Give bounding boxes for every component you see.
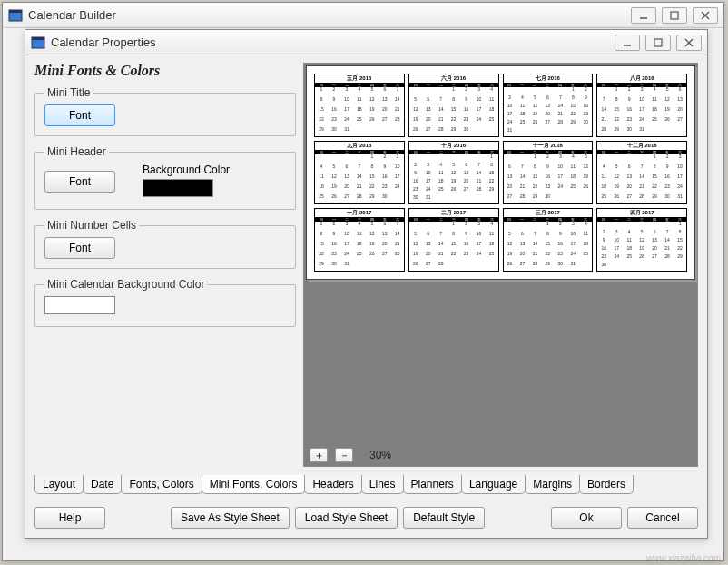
main-close-button[interactable] xyxy=(693,7,718,24)
mini-cells-font-button[interactable]: Font xyxy=(44,237,115,259)
dialog-minimize-button[interactable] xyxy=(615,35,640,51)
mini-header-legend: Mini Header xyxy=(44,145,109,158)
default-style-button[interactable]: Default Style xyxy=(403,507,485,529)
mini-calendar: 二月 2017日一二三四五六12345678910111213141516171… xyxy=(408,208,499,272)
dialog-maximize-button[interactable] xyxy=(645,35,671,51)
mini-calendar: 十二月 2016日一二三四五六1234567891011121314151617… xyxy=(596,141,687,204)
mini-calendar: 八月 2016日一二三四五六12345678910111213141516171… xyxy=(596,74,687,137)
section-title: Mini Fonts & Colors xyxy=(34,63,296,79)
mini-calendar: 四月 2017日一二三四五六12345678910111213141516171… xyxy=(596,208,687,272)
ok-button[interactable]: Ok xyxy=(551,507,622,529)
properties-dialog: Calendar Properties Mini Fonts & Colors … xyxy=(25,29,708,539)
mini-title-font-button[interactable]: Font xyxy=(44,104,115,126)
mini-cal-body: 1234567891011121314151617181920212223242… xyxy=(315,87,404,136)
cancel-button[interactable]: Cancel xyxy=(627,507,698,529)
svg-rect-3 xyxy=(671,12,678,19)
svg-rect-7 xyxy=(32,37,44,40)
app-icon xyxy=(8,8,23,23)
mini-cal-body: 1234567891011121314151617181920212223242… xyxy=(597,222,686,271)
main-minimize-button[interactable] xyxy=(631,7,656,24)
svg-rect-9 xyxy=(654,39,662,46)
dialog-titlebar: Calendar Properties xyxy=(25,30,707,55)
save-style-button[interactable]: Save As Style Sheet xyxy=(171,507,290,529)
tab-fonts-colors[interactable]: Fonts, Colors xyxy=(121,475,202,494)
preview-page: 五月 2016日一二三四五六12345678910111213141516171… xyxy=(306,65,695,280)
mini-header-group: Mini Header Font Background Color xyxy=(34,145,296,210)
mini-title-group: Mini Title Font xyxy=(34,86,296,136)
tab-date[interactable]: Date xyxy=(83,475,122,494)
dialog-title: Calendar Properties xyxy=(51,35,615,49)
zoom-controls: ＋ － 30% xyxy=(310,448,391,462)
tab-borders[interactable]: Borders xyxy=(579,475,634,494)
mini-calendar: 一月 2017日一二三四五六12345678910111213141516171… xyxy=(314,208,405,272)
mini-cal-body: 1234567891011121314151617181920212223242… xyxy=(597,87,686,136)
dialog-button-bar: Help Save As Style Sheet Load Style Shee… xyxy=(34,507,698,529)
mini-cal-body: 1234567891011121314151617181920212223242… xyxy=(409,154,498,203)
mini-cal-body: 1234567891011121314151617181920212223242… xyxy=(504,222,593,271)
mini-header-font-button[interactable]: Font xyxy=(44,171,115,193)
mini-cal-body: 1234567891011121314151617181920212223242… xyxy=(409,87,498,136)
mini-cal-body: 1234567891011121314151617181920212223242… xyxy=(315,154,404,203)
zoom-level: 30% xyxy=(369,449,391,461)
mini-calendar: 六月 2016日一二三四五六12345678910111213141516171… xyxy=(408,74,499,137)
tab-planners[interactable]: Planners xyxy=(403,475,462,494)
tab-mini-fonts-colors[interactable]: Mini Fonts, Colors xyxy=(202,475,306,494)
mini-bg-group: Mini Calendar Background Color xyxy=(34,278,296,327)
help-button[interactable]: Help xyxy=(34,507,105,529)
mini-header-bg-swatch[interactable] xyxy=(143,179,213,197)
mini-cal-body: 1234567891011121314151617181920212223242… xyxy=(409,222,498,271)
mini-calendar: 十月 2016日一二三四五六12345678910111213141516171… xyxy=(408,141,499,204)
mini-calendar: 七月 2016日一二三四五六12345678910111213141516171… xyxy=(503,74,594,137)
mini-bg-swatch[interactable] xyxy=(44,296,115,314)
mini-cal-body: 1234567891011121314151617181920212223242… xyxy=(504,87,593,136)
mini-cal-body: 1234567891011121314151617181920212223242… xyxy=(504,154,593,203)
mini-header-bg-label: Background Color xyxy=(143,164,230,176)
mini-calendar: 三月 2017日一二三四五六12345678910111213141516171… xyxy=(503,208,594,272)
mini-calendar: 九月 2016日一二三四五六12345678910111213141516171… xyxy=(314,141,405,204)
preview-pane: 五月 2016日一二三四五六12345678910111213141516171… xyxy=(303,63,698,467)
load-style-button[interactable]: Load Style Sheet xyxy=(295,507,398,529)
mini-cal-body: 1234567891011121314151617181920212223242… xyxy=(315,222,404,271)
svg-rect-1 xyxy=(9,10,22,13)
main-titlebar: Calendar Builder xyxy=(3,3,723,28)
left-pane: Mini Fonts & Colors Mini Title Font Mini… xyxy=(34,63,296,467)
mini-cells-legend: Mini Number Cells xyxy=(44,219,139,232)
tab-lines[interactable]: Lines xyxy=(361,475,404,494)
main-maximize-button[interactable] xyxy=(662,7,687,24)
mini-bg-legend: Mini Calendar Background Color xyxy=(44,278,207,291)
tab-margins[interactable]: Margins xyxy=(525,475,580,494)
zoom-in-button[interactable]: ＋ xyxy=(310,448,328,462)
tab-layout[interactable]: Layout xyxy=(34,475,84,494)
dialog-icon xyxy=(31,35,45,50)
mini-calendar: 五月 2016日一二三四五六12345678910111213141516171… xyxy=(314,74,405,137)
mini-title-legend: Mini Title xyxy=(44,86,93,99)
tab-language[interactable]: Language xyxy=(461,475,526,494)
mini-cal-body: 1234567891011121314151617181920212223242… xyxy=(597,154,686,203)
dialog-close-button[interactable] xyxy=(676,35,702,51)
mini-cells-group: Mini Number Cells Font xyxy=(34,219,296,269)
tabs-row: LayoutDateFonts, ColorsMini Fonts, Color… xyxy=(34,475,698,494)
main-window-title: Calendar Builder xyxy=(28,8,631,22)
zoom-out-button[interactable]: － xyxy=(335,448,353,462)
tab-headers[interactable]: Headers xyxy=(304,475,361,494)
mini-calendar: 十一月 2016日一二三四五六1234567891011121314151617… xyxy=(503,141,594,204)
